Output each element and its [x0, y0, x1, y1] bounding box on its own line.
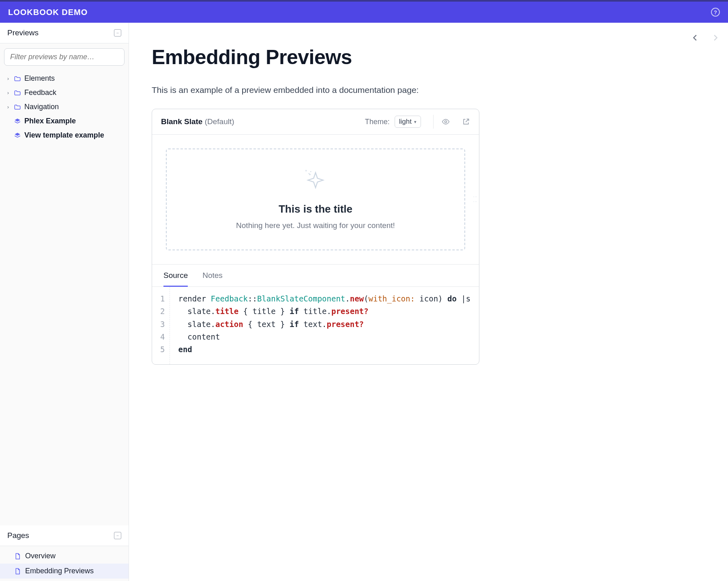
sidebar-item-view-template-example[interactable]: View template example	[0, 128, 129, 142]
file-icon	[14, 553, 21, 560]
slate-title: This is the title	[179, 203, 452, 215]
svg-point-0	[445, 121, 447, 123]
pages-panel-title: Pages	[7, 531, 29, 540]
folder-icon	[14, 103, 21, 111]
theme-select[interactable]: light ▾	[395, 116, 421, 128]
source-code: 12345 render Feedback::BlankSlateCompone…	[152, 287, 479, 364]
previews-panel-header: Previews −	[0, 23, 129, 43]
previews-panel-title: Previews	[7, 28, 39, 37]
filter-previews-input[interactable]	[4, 48, 125, 66]
embed-tabs: Source Notes	[152, 265, 479, 287]
theme-label: Theme:	[365, 118, 390, 126]
blank-slate: This is the title Nothing here yet. Just…	[166, 148, 465, 250]
brand-title: LOOKBOOK DEMO	[8, 8, 88, 17]
previews-tree: › Elements › Feedback › Navigation Phlex…	[0, 70, 129, 147]
inspect-icon[interactable]	[442, 118, 450, 126]
sidebar-item-label: View template example	[24, 131, 104, 140]
sidebar-item-label: Elements	[24, 74, 55, 83]
embed-name: Blank Slate	[161, 117, 202, 126]
help-icon[interactable]: ?	[711, 8, 720, 17]
sidebar: Previews − › Elements › Feedback › Navig…	[0, 23, 129, 581]
folder-icon	[14, 75, 21, 82]
chevron-right-icon: ›	[6, 90, 11, 96]
topbar: LOOKBOOK DEMO ?	[0, 0, 728, 23]
sidebar-item-label: Phlex Example	[24, 117, 76, 125]
sidebar-item-phlex-example[interactable]: Phlex Example	[0, 114, 129, 128]
sidebar-item-label: Navigation	[24, 103, 59, 111]
file-icon	[14, 568, 21, 575]
page-item-overview[interactable]: Overview	[0, 549, 129, 564]
open-external-icon[interactable]	[462, 118, 470, 126]
main: Embedding Previews This is an example of…	[129, 23, 728, 581]
page-item-label: Overview	[25, 552, 56, 560]
sparkle-icon	[304, 169, 327, 192]
theme-value: light	[399, 118, 412, 126]
chevron-right-icon: ›	[6, 104, 11, 110]
pages-panel-header: Pages −	[0, 525, 129, 546]
code-body: render Feedback::BlankSlateComponent.new…	[170, 287, 470, 364]
preview-embed: Blank Slate (Default) Theme: light ▾ ⋮⋮	[152, 109, 479, 365]
sidebar-item-label: Feedback	[24, 88, 56, 97]
pages-list: Overview Embedding Previews	[0, 546, 129, 581]
embed-variant: (Default)	[205, 117, 234, 126]
svg-point-1	[309, 174, 310, 174]
sidebar-item-elements[interactable]: › Elements	[0, 71, 129, 86]
code-gutter: 12345	[152, 287, 170, 364]
tab-source[interactable]: Source	[163, 271, 188, 287]
next-page-button[interactable]	[711, 33, 720, 42]
layers-icon	[14, 118, 21, 125]
page-item-label: Embedding Previews	[25, 567, 94, 575]
resize-handle-icon[interactable]: ⋮⋮	[473, 195, 477, 204]
folder-icon	[14, 89, 21, 97]
sidebar-item-navigation[interactable]: › Navigation	[0, 100, 129, 114]
collapse-previews-icon[interactable]: −	[114, 29, 121, 37]
prev-page-button[interactable]	[691, 33, 700, 42]
page-intro: This is an example of a preview embedded…	[152, 85, 479, 95]
tab-notes[interactable]: Notes	[202, 271, 223, 286]
layers-icon	[14, 132, 21, 139]
embed-header: Blank Slate (Default) Theme: light ▾	[152, 109, 479, 135]
embed-title: Blank Slate (Default)	[161, 117, 234, 126]
slate-subtitle: Nothing here yet. Just waiting for your …	[179, 221, 452, 230]
preview-canvas: ⋮⋮ This is the title Nothing here yet. J…	[152, 135, 479, 265]
chevron-down-icon: ▾	[414, 119, 417, 125]
page-title: Embedding Previews	[152, 45, 479, 69]
chevron-right-icon: ›	[6, 75, 11, 82]
collapse-pages-icon[interactable]: −	[114, 532, 121, 539]
sidebar-item-feedback[interactable]: › Feedback	[0, 86, 129, 100]
page-item-embedding-previews[interactable]: Embedding Previews	[0, 564, 129, 579]
